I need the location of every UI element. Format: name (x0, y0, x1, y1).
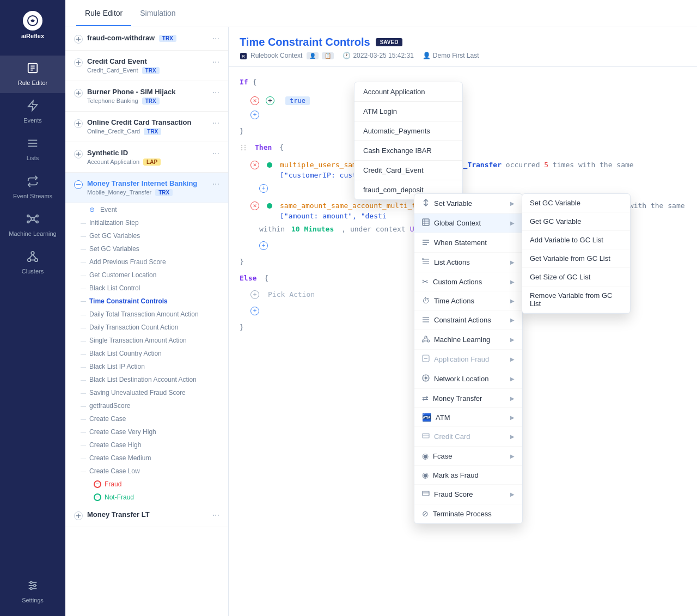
sub-item-create-very-high[interactable]: Create Case Very High (76, 425, 228, 438)
action-custom-actions-label: Custom Actions (433, 278, 482, 286)
rule-subtitle-burner-phone: Telephone Banking TRX (87, 97, 208, 105)
network-location-chevron: ▶ (510, 376, 515, 382)
sub-item-init[interactable]: Initialization Step (76, 216, 228, 229)
sub-item-time-constraint[interactable]: Time Constraint Controls (76, 295, 228, 308)
sidebar-item-lists[interactable]: Lists (0, 131, 65, 168)
remove-btn-true[interactable]: ✕ (250, 96, 259, 105)
rule-actions-online-cc[interactable]: ··· (212, 118, 219, 128)
sub-item-blacklist[interactable]: Black List Control (76, 282, 228, 295)
add-credit-card[interactable] (74, 58, 83, 67)
close-brace-else-span: } (240, 323, 244, 331)
action-menu: Set Variable ▶ Global Context ▶ (414, 193, 523, 524)
event-item-cash-exchange[interactable]: Cash Exchange IBAR (354, 141, 462, 161)
add-else-action-btn[interactable]: + (250, 307, 259, 315)
action-atm[interactable]: 🏧 ATM ▶ (414, 408, 522, 427)
action-time-actions[interactable]: ⏱ Time Actions ▶ (414, 291, 522, 310)
action-network-location[interactable]: Network Location ▶ (414, 369, 522, 389)
rule-item-money-transfer[interactable]: Money Transfer Internet Banking Mobile_M… (65, 173, 228, 203)
add-money-transfer-lt[interactable] (74, 511, 83, 520)
sub-action-get-var-gc[interactable]: Get Variable from GC List (522, 249, 630, 268)
action-constraint-actions[interactable]: Constraint Actions ▶ (414, 310, 522, 330)
sub-item-blacklist-country[interactable]: Black List Country Action (76, 347, 228, 360)
action-list-actions[interactable]: List Actions ▶ (414, 253, 522, 272)
rule-actions-burner-phone[interactable]: ··· (212, 88, 219, 97)
sub-action-add-var-gc[interactable]: Add Variable to GC List (522, 231, 630, 249)
sub-item-getfraud[interactable]: getfraudScore (76, 399, 228, 412)
sub-action-get-gc[interactable]: Get GC Variable (522, 212, 630, 231)
add-fraud-withdraw[interactable] (74, 35, 83, 44)
event-item-credit-card[interactable]: Credit_Card_Event (354, 161, 462, 180)
svg-point-29 (34, 584, 36, 587)
action-fraud-score[interactable]: Fraud Score ▶ (414, 485, 522, 504)
remove-then-2[interactable]: ✕ (250, 202, 259, 210)
sidebar-item-event-streams[interactable]: Event Streams (0, 169, 65, 206)
action-ml[interactable]: Machine Learning ▶ (414, 330, 522, 350)
rule-item-burner-phone[interactable]: Burner Phone - SIM Hijack Telephone Bank… (65, 81, 228, 112)
collapse-money-transfer[interactable] (74, 180, 83, 189)
rule-actions-money-transfer[interactable]: ··· (212, 179, 219, 189)
sub-item-saving-fraud[interactable]: Saving Unevaluated Fraud Score (76, 386, 228, 399)
event-section[interactable]: ⊖ Event (76, 203, 228, 216)
action-set-variable[interactable]: Set Variable ▶ (414, 194, 522, 214)
sub-item-create-high[interactable]: Create Case High (76, 438, 228, 452)
sub-item-get-gc[interactable]: Get GC Variables (76, 229, 228, 242)
sidebar-item-rule-editor[interactable]: Rule Editor (0, 56, 65, 93)
action-mark-fraud[interactable]: ◉ Mark as Fraud (414, 466, 522, 485)
action-custom-actions[interactable]: ✂ Custom Actions ▶ (414, 272, 522, 291)
action-app-fraud: Application Fraud ▶ (414, 350, 522, 369)
rule-actions-credit-card[interactable]: ··· (212, 57, 219, 67)
sub-item-blacklist-ip[interactable]: Black List IP Action (76, 360, 228, 373)
rule-item-synthetic-id[interactable]: Synthetic ID Account Application LAP ··· (65, 142, 228, 173)
sub-item-create-case[interactable]: Create Case (76, 412, 228, 425)
sidebar-item-machine-learning[interactable]: Machine Learning (0, 206, 65, 244)
sub-item-daily-amount[interactable]: Daily Total Transaction Amount Action (76, 308, 228, 321)
svg-marker-5 (28, 101, 38, 111)
sub-item-blacklist-dest[interactable]: Black List Destination Account Action (76, 373, 228, 386)
action-global-context-label: Global Context (434, 219, 481, 227)
close-brace-if-span: } (240, 127, 244, 135)
add-btn-true[interactable]: + (266, 96, 274, 105)
action-global-context[interactable]: Global Context ▶ (414, 214, 522, 233)
action-when-statement[interactable]: When Statement (414, 233, 522, 253)
rule-item-credit-card[interactable]: Credit Card Event Credit_Card_Event TRX … (65, 51, 228, 81)
sub-item-add-fraud[interactable]: Add Previous Fraud Score (76, 255, 228, 269)
rule-actions-mlt[interactable]: ··· (212, 510, 219, 520)
sub-action-remove-var-gc[interactable]: Remove Variable from GC List (522, 286, 630, 313)
rule-actions-fraud-withdraw[interactable]: ··· (212, 34, 219, 44)
tab-rule-editor[interactable]: Rule Editor (76, 1, 131, 26)
add-online-cc[interactable] (74, 119, 83, 128)
sub-item-set-gc[interactable]: Set GC Variables (76, 242, 228, 255)
add-burner-phone[interactable] (74, 89, 83, 97)
action-terminate[interactable]: ⊘ Terminate Process (414, 504, 522, 523)
sub-action-set-gc[interactable]: Set GC Variable (522, 194, 630, 212)
add-between-btn[interactable]: + (259, 184, 268, 193)
event-item-auto-payments[interactable]: Automatic_Payments (354, 121, 462, 141)
rule-actions-synthetic-id[interactable]: ··· (212, 149, 219, 158)
rule-item-online-cc[interactable]: Online Credit Card Transaction Online_Cr… (65, 112, 228, 142)
event-item-account-app[interactable]: Account Application (354, 82, 462, 102)
sidebar-item-settings[interactable]: Settings (0, 573, 65, 611)
add-condition-btn[interactable]: + (250, 111, 259, 119)
money-transfer-chevron: ▶ (510, 395, 515, 401)
sub-action-get-size-gc[interactable]: Get Size of GC List (522, 268, 630, 286)
sub-item-single-amount[interactable]: Single Transaction Amount Action (76, 334, 228, 347)
fraud-status-item[interactable]: Fraud (76, 478, 228, 491)
action-money-transfer[interactable]: ⇄ Money Transfer ▶ (414, 389, 522, 408)
sidebar-item-events[interactable]: Events (0, 93, 65, 131)
sub-item-create-medium[interactable]: Create Case Medium (76, 452, 228, 465)
action-fcase[interactable]: ◉ Fcase ▶ (414, 447, 522, 466)
add-end-btn[interactable]: + (259, 241, 268, 250)
tab-simulation[interactable]: Simulation (131, 1, 184, 26)
sub-item-daily-count[interactable]: Daily Transaction Count Action (76, 321, 228, 334)
remove-then-1[interactable]: ✕ (250, 161, 259, 169)
rule-item-money-transfer-lt[interactable]: Money Transfer LT ··· (65, 504, 228, 527)
sub-item-get-location[interactable]: Get Customer Location (76, 269, 228, 282)
sub-item-create-low[interactable]: Create Case Low (76, 465, 228, 478)
add-synthetic-id[interactable] (74, 150, 83, 158)
not-fraud-status-item[interactable]: Not-Fraud (76, 491, 228, 504)
fraud-label: Fraud (105, 480, 121, 488)
sidebar-item-clusters[interactable]: Clusters (0, 244, 65, 282)
event-item-atm[interactable]: ATM Login (354, 102, 462, 121)
rule-item-fraud-withdraw[interactable]: fraud-com-withdraw TRX ··· (65, 27, 228, 51)
action-terminate-left: ⊘ Terminate Process (422, 509, 492, 518)
